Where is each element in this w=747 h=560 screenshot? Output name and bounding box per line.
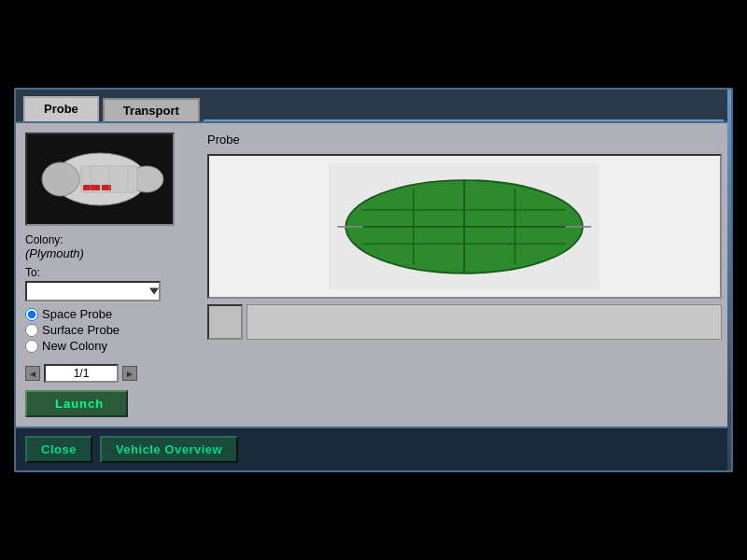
form-section: Colony: (Plymouth) To: Space Probe [25, 233, 198, 353]
bottom-display-row [207, 304, 722, 340]
probe-graphic [35, 140, 165, 219]
colony-label: Colony: [25, 233, 198, 246]
to-label: To: [25, 266, 198, 279]
nav-next-button[interactable]: ► [122, 366, 137, 381]
vehicle-image [25, 133, 175, 226]
nav-row: ◄ ► [25, 364, 198, 383]
colony-value: (Plymouth) [25, 246, 198, 260]
close-button[interactable]: Close [25, 436, 92, 463]
tab-transport[interactable]: Transport [103, 98, 200, 121]
side-accent [727, 90, 731, 470]
tab-bar: Probe Transport [16, 90, 731, 123]
tab-line [204, 95, 724, 121]
small-preview-box [207, 304, 243, 340]
to-dropdown[interactable] [25, 281, 161, 301]
nav-counter[interactable] [44, 364, 119, 383]
info-box [247, 304, 722, 340]
bottom-bar: Close Vehicle Overview [16, 427, 731, 470]
to-dropdown-wrapper[interactable] [25, 281, 161, 301]
radio-surface-probe-label: Surface Probe [42, 323, 120, 337]
content-row: Colony: (Plymouth) To: Space Probe [25, 133, 722, 417]
radio-space-probe-label: Space Probe [42, 307, 112, 321]
probe-diagram [234, 163, 694, 290]
probe-display-title: Probe [207, 133, 722, 147]
left-panel: Colony: (Plymouth) To: Space Probe [25, 133, 198, 417]
radio-surface-probe[interactable]: Surface Probe [25, 323, 198, 337]
svg-rect-4 [102, 185, 111, 190]
radio-space-probe[interactable]: Space Probe [25, 307, 198, 321]
radio-surface-probe-input[interactable] [25, 324, 38, 337]
svg-rect-3 [83, 185, 100, 190]
radio-space-probe-input[interactable] [25, 308, 38, 321]
radio-group: Space Probe Surface Probe New Colony [25, 307, 198, 353]
svg-point-5 [42, 162, 79, 196]
launch-button[interactable]: Launch [25, 390, 128, 417]
radio-new-colony-input[interactable] [25, 340, 38, 353]
right-panel: Probe [207, 133, 722, 417]
radio-new-colony[interactable]: New Colony [25, 339, 198, 353]
nav-prev-button[interactable]: ◄ [25, 366, 40, 381]
vehicle-overview-button[interactable]: Vehicle Overview [100, 436, 238, 463]
radio-new-colony-label: New Colony [42, 339, 107, 353]
probe-display [207, 154, 722, 299]
main-content: Colony: (Plymouth) To: Space Probe [16, 123, 731, 427]
main-window: Probe Transport [14, 88, 733, 472]
tab-probe[interactable]: Probe [23, 96, 99, 121]
